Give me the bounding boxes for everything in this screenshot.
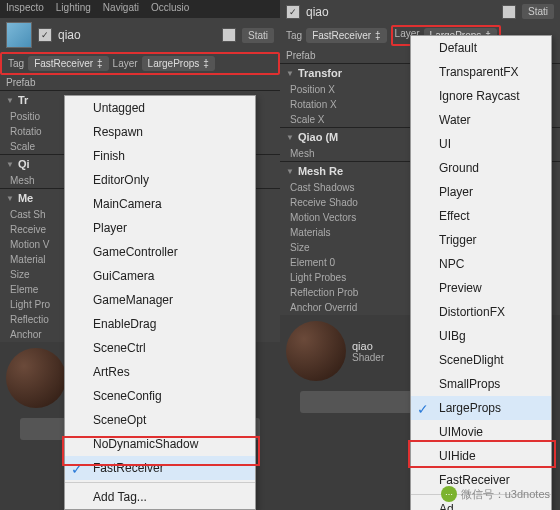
layer-menu-item[interactable]: DistortionFX: [411, 300, 551, 324]
check-icon: ✓: [417, 401, 429, 417]
material-preview: [286, 321, 346, 381]
tag-menu-item[interactable]: ArtRes: [65, 360, 255, 384]
tag-menu-item[interactable]: SceneCtrl: [65, 336, 255, 360]
wechat-icon: ⋯: [441, 486, 457, 502]
tag-menu-item[interactable]: NoDynamicShadow: [65, 432, 255, 456]
add-tag-item[interactable]: Add Tag...: [65, 485, 255, 509]
tag-menu-item[interactable]: SceneOpt: [65, 408, 255, 432]
left-inspector-panel: Inspecto Lighting Navigati Occlusio ✓ qi…: [0, 0, 280, 510]
tag-dropdown[interactable]: FastReceiver‡: [306, 28, 386, 43]
tag-dropdown[interactable]: FastReceiver‡: [28, 56, 108, 71]
object-header: ✓ qiao Stati: [0, 18, 280, 52]
tag-menu-item[interactable]: Finish: [65, 144, 255, 168]
object-header: ✓ qiao Stati: [280, 0, 560, 23]
layer-menu-item[interactable]: Trigger: [411, 228, 551, 252]
layer-menu-item[interactable]: Ignore Raycast: [411, 84, 551, 108]
tag-menu-item[interactable]: Respawn: [65, 120, 255, 144]
prefab-row: Prefab: [0, 75, 280, 90]
layer-menu-item[interactable]: ✓LargeProps: [411, 396, 551, 420]
tag-menu-item[interactable]: GameController: [65, 240, 255, 264]
prefab-label: Prefab: [6, 77, 35, 88]
watermark: ⋯ 微信号：u3dnotes: [441, 486, 550, 502]
active-checkbox[interactable]: ✓: [286, 5, 300, 19]
right-inspector-panel: ✓ qiao Stati Tag FastReceiver‡ Layer Lar…: [280, 0, 560, 510]
layer-menu-item[interactable]: SmallProps: [411, 372, 551, 396]
layer-menu-item[interactable]: UIMovie: [411, 420, 551, 444]
gameobject-icon: [6, 22, 32, 48]
static-checkbox[interactable]: [222, 28, 236, 42]
material-preview: [6, 348, 66, 408]
object-name[interactable]: qiao: [58, 28, 216, 42]
layer-menu-item[interactable]: SceneDlight: [411, 348, 551, 372]
chevron-down-icon: ‡: [97, 58, 103, 69]
tag-menu-item[interactable]: SceneConfig: [65, 384, 255, 408]
object-name[interactable]: qiao: [306, 5, 496, 19]
tab-inspector[interactable]: Inspecto: [0, 0, 50, 18]
static-dropdown[interactable]: Stati: [522, 4, 554, 19]
layer-menu-item[interactable]: TransparentFX: [411, 60, 551, 84]
tag-menu-item[interactable]: Untagged: [65, 96, 255, 120]
tag-menu-item[interactable]: GameManager: [65, 288, 255, 312]
layer-menu-item[interactable]: NPC: [411, 252, 551, 276]
layer-menu-item[interactable]: Effect: [411, 204, 551, 228]
tag-menu-item[interactable]: EditorOnly: [65, 168, 255, 192]
layer-menu-item[interactable]: UIHide: [411, 444, 551, 468]
tag-label: Tag: [8, 58, 24, 69]
static-dropdown[interactable]: Stati: [242, 28, 274, 43]
tag-menu: UntaggedRespawnFinishEditorOnlyMainCamer…: [64, 95, 256, 510]
tag-menu-item[interactable]: Player: [65, 216, 255, 240]
prefab-label: Prefab: [286, 50, 315, 61]
tag-menu-item[interactable]: GuiCamera: [65, 264, 255, 288]
tag-menu-item[interactable]: ✓FastReceiver: [65, 456, 255, 480]
active-checkbox[interactable]: ✓: [38, 28, 52, 42]
tab-row: Inspecto Lighting Navigati Occlusio: [0, 0, 280, 18]
layer-menu-item[interactable]: UIBg: [411, 324, 551, 348]
layer-menu: DefaultTransparentFXIgnore RaycastWaterU…: [410, 35, 552, 510]
tab-lighting[interactable]: Lighting: [50, 0, 97, 18]
layer-menu-item[interactable]: Preview: [411, 276, 551, 300]
tag-menu-item[interactable]: MainCamera: [65, 192, 255, 216]
static-checkbox[interactable]: [502, 5, 516, 19]
layer-label: Layer: [113, 58, 138, 69]
layer-menu-item[interactable]: UI: [411, 132, 551, 156]
layer-menu-item[interactable]: Default: [411, 36, 551, 60]
layer-menu-item[interactable]: Player: [411, 180, 551, 204]
material-name: qiao: [352, 340, 384, 352]
tab-occlusion[interactable]: Occlusio: [145, 0, 195, 18]
layer-dropdown[interactable]: LargeProps‡: [142, 56, 215, 71]
shader-label[interactable]: Shader: [352, 352, 384, 363]
chevron-down-icon: ‡: [375, 30, 381, 41]
check-icon: ✓: [71, 461, 83, 477]
tag-layer-row: Tag FastReceiver‡ Layer LargeProps‡: [0, 52, 280, 75]
layer-menu-item[interactable]: Ground: [411, 156, 551, 180]
tag-label: Tag: [286, 30, 302, 41]
chevron-down-icon: ‡: [203, 58, 209, 69]
layer-menu-item[interactable]: Water: [411, 108, 551, 132]
tag-menu-item[interactable]: EnableDrag: [65, 312, 255, 336]
tab-navigation[interactable]: Navigati: [97, 0, 145, 18]
